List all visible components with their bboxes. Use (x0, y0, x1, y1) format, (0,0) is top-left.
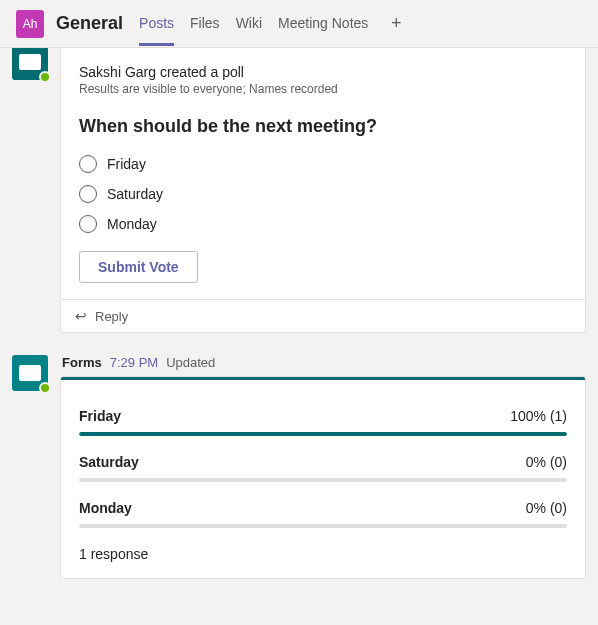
results-card: Friday 100% (1) Saturday 0% (0) (60, 376, 586, 579)
result-bar-fill (79, 432, 567, 436)
forms-icon (19, 54, 41, 70)
result-row-monday: Monday 0% (0) (79, 500, 567, 528)
sender-avatar[interactable] (12, 355, 48, 391)
result-row-friday: Friday 100% (1) (79, 408, 567, 436)
poll-option-label: Friday (107, 156, 146, 172)
message-header: Forms 7:29 PM Updated (60, 355, 586, 370)
poll-post: Sakshi Garg created a poll Results are v… (12, 48, 586, 333)
channel-name[interactable]: General (56, 13, 123, 34)
edit-status: Updated (166, 355, 215, 370)
result-value: 100% (1) (510, 408, 567, 424)
result-label: Friday (79, 408, 121, 424)
poll-option-monday[interactable]: Monday (79, 209, 567, 239)
result-bar (79, 432, 567, 436)
result-label: Monday (79, 500, 132, 516)
timestamp[interactable]: 7:29 PM (110, 355, 158, 370)
team-avatar[interactable]: Ah (16, 10, 44, 38)
channel-header: Ah General Posts Files Wiki Meeting Note… (0, 0, 598, 48)
tab-files[interactable]: Files (190, 1, 220, 46)
presence-indicator (39, 382, 51, 394)
poll-option-friday[interactable]: Friday (79, 149, 567, 179)
presence-indicator (39, 71, 51, 83)
response-count: 1 response (79, 546, 567, 562)
poll-option-label: Saturday (107, 186, 163, 202)
content-area: Sakshi Garg created a poll Results are v… (0, 48, 598, 625)
tab-posts[interactable]: Posts (139, 1, 174, 46)
plus-icon: + (391, 13, 402, 34)
poll-creator-line: Sakshi Garg created a poll (79, 64, 567, 80)
sender-name[interactable]: Forms (62, 355, 102, 370)
tab-meeting-notes[interactable]: Meeting Notes (278, 1, 368, 46)
tab-wiki[interactable]: Wiki (236, 1, 262, 46)
submit-vote-button[interactable]: Submit Vote (79, 251, 198, 283)
radio-icon (79, 185, 97, 203)
add-tab-button[interactable]: + (384, 12, 408, 36)
reply-label: Reply (95, 309, 128, 324)
poll-visibility-line: Results are visible to everyone; Names r… (79, 82, 567, 96)
result-label: Saturday (79, 454, 139, 470)
reply-icon: ↩ (75, 308, 87, 324)
radio-icon (79, 215, 97, 233)
reply-button[interactable]: ↩ Reply (60, 300, 586, 333)
result-bar (79, 524, 567, 528)
result-value: 0% (0) (526, 454, 567, 470)
poll-option-label: Monday (107, 216, 157, 232)
poll-card: Sakshi Garg created a poll Results are v… (60, 48, 586, 300)
poll-question: When should be the next meeting? (79, 116, 567, 137)
result-bar (79, 478, 567, 482)
forms-icon (19, 365, 41, 381)
result-row-saturday: Saturday 0% (0) (79, 454, 567, 482)
poll-option-saturday[interactable]: Saturday (79, 179, 567, 209)
radio-icon (79, 155, 97, 173)
result-value: 0% (0) (526, 500, 567, 516)
tabs: Posts Files Wiki Meeting Notes + (139, 1, 408, 46)
sender-avatar[interactable] (12, 48, 48, 80)
results-post: Forms 7:29 PM Updated Friday 100% (1) (12, 355, 586, 579)
